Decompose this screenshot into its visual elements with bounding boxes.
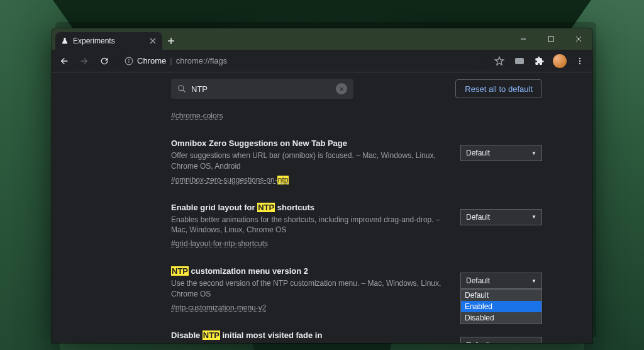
svg-point-2 <box>128 59 130 60</box>
flag-item: Omnibox Zero Suggestions on New Tab Page… <box>171 130 542 194</box>
tab-title: Experiments <box>73 37 115 45</box>
search-value: NTP <box>191 84 331 94</box>
omnibox-path: chrome://flags <box>176 56 228 65</box>
flag-state-select[interactable]: Default▼ <box>460 273 542 289</box>
flags-page[interactable]: NTP ✕ Reset all to default #chrome-color… <box>52 72 592 343</box>
window-controls <box>509 28 592 50</box>
profile-avatar[interactable] <box>551 52 569 70</box>
flag-anchor-link[interactable]: #ntp-customization-menu-v2 <box>171 303 266 312</box>
flag-state-select[interactable]: Default▼ <box>460 209 542 225</box>
dropdown-option-default[interactable]: Default <box>461 290 541 301</box>
extension-icon[interactable] <box>511 52 528 70</box>
svg-rect-4 <box>515 58 524 64</box>
flag-state-dropdown[interactable]: Default Enabled Disabled <box>460 289 542 324</box>
flag-anchor-link[interactable]: #grid-layout-for-ntp-shortcuts <box>171 239 268 248</box>
flag-description: Use the second version of the NTP custom… <box>171 278 448 300</box>
omnibox-origin: Chrome <box>137 56 166 65</box>
flag-title: Omnibox Zero Suggestions on New Tab Page <box>171 138 448 148</box>
close-tab-icon[interactable] <box>148 37 157 45</box>
svg-rect-3 <box>128 60 129 63</box>
dropdown-option-enabled[interactable]: Enabled <box>461 301 541 312</box>
page-content: NTP ✕ Reset all to default #chrome-color… <box>52 72 592 343</box>
new-tab-button[interactable] <box>162 32 180 50</box>
flag-anchor-link[interactable]: #omnibox-zero-suggestions-on-ntp <box>171 176 289 184</box>
close-window-button[interactable] <box>565 28 592 50</box>
svg-point-6 <box>579 60 580 61</box>
browser-toolbar: Chrome | chrome://flags <box>52 50 592 72</box>
svg-point-8 <box>179 86 184 91</box>
bookmark-star-icon[interactable] <box>491 52 508 70</box>
flags-search-input[interactable]: NTP ✕ <box>171 79 353 99</box>
flag-anchor-link[interactable]: #chrome-colors <box>171 111 223 120</box>
forward-button[interactable] <box>75 52 93 70</box>
flag-item: Disable NTP initial most visited fade in… <box>171 322 542 343</box>
extensions-puzzle-icon[interactable] <box>531 52 548 70</box>
maximize-button[interactable] <box>537 28 565 50</box>
search-icon <box>177 84 186 93</box>
reload-button[interactable] <box>96 52 113 70</box>
reset-all-button[interactable]: Reset all to default <box>455 79 542 98</box>
flag-item: #chrome-colors <box>171 108 542 130</box>
menu-button[interactable] <box>571 52 589 70</box>
chrome-window: Experiments Chrome | chrome://flags <box>52 28 592 343</box>
flag-description: Enables better animations for the shortc… <box>171 215 448 236</box>
dropdown-option-disabled[interactable]: Disabled <box>461 312 541 324</box>
minimize-button[interactable] <box>509 28 537 50</box>
flag-description: Do now initially fade in most visited ti… <box>171 342 448 343</box>
flag-title: Disable NTP initial most visited fade in <box>171 330 448 340</box>
address-bar[interactable]: Chrome | chrome://flags <box>118 52 486 70</box>
flag-item: Enable grid layout for NTP shortcuts Ena… <box>171 194 542 258</box>
flask-icon <box>60 37 69 45</box>
svg-point-7 <box>579 62 580 64</box>
flags-list: #chrome-colors Omnibox Zero Suggestions … <box>64 108 580 343</box>
flag-state-select[interactable]: Default▼ <box>460 145 542 161</box>
site-info-icon[interactable] <box>125 57 133 65</box>
svg-rect-0 <box>548 37 553 42</box>
flag-description: Offer suggestions when URL bar (omnibox)… <box>171 150 448 172</box>
svg-point-5 <box>579 57 580 59</box>
back-button[interactable] <box>55 52 73 70</box>
browser-tab-active[interactable]: Experiments <box>55 32 162 50</box>
clear-search-icon[interactable]: ✕ <box>336 83 347 94</box>
flag-state-select[interactable]: Default▼ <box>460 337 542 343</box>
flag-title: Enable grid layout for NTP shortcuts <box>171 203 448 212</box>
flags-header: NTP ✕ Reset all to default <box>64 72 580 108</box>
titlebar: Experiments <box>52 28 592 50</box>
flag-title: NTP customization menu version 2 <box>171 266 448 276</box>
flag-item: NTP customization menu version 2 Use the… <box>171 257 542 322</box>
omnibox-separator: | <box>170 56 172 65</box>
